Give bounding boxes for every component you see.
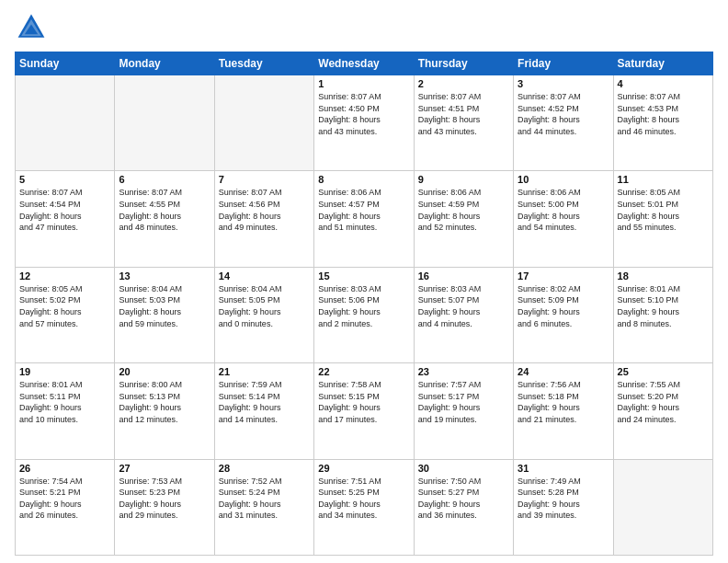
day-cell: 26Sunrise: 7:54 AM Sunset: 5:21 PM Dayli… [16, 459, 115, 555]
day-number: 7 [219, 174, 310, 185]
weekday-thursday: Thursday [414, 52, 513, 75]
day-cell: 17Sunrise: 8:02 AM Sunset: 5:09 PM Dayli… [514, 267, 613, 362]
day-number: 14 [219, 270, 310, 282]
day-number: 13 [119, 270, 210, 282]
day-cell: 15Sunrise: 8:03 AM Sunset: 5:06 PM Dayli… [314, 267, 414, 362]
day-info: Sunrise: 8:07 AM Sunset: 4:52 PM Dayligh… [518, 91, 609, 137]
day-number: 27 [119, 463, 210, 474]
day-cell: 25Sunrise: 7:55 AM Sunset: 5:20 PM Dayli… [613, 363, 712, 459]
day-info: Sunrise: 7:58 AM Sunset: 5:15 PM Dayligh… [318, 379, 409, 425]
day-number: 11 [618, 174, 709, 185]
day-number: 3 [518, 78, 609, 89]
day-cell: 1Sunrise: 8:07 AM Sunset: 4:50 PM Daylig… [314, 75, 414, 171]
day-info: Sunrise: 8:04 AM Sunset: 5:03 PM Dayligh… [119, 283, 210, 329]
day-info: Sunrise: 7:51 AM Sunset: 5:25 PM Dayligh… [318, 476, 409, 522]
day-cell: 14Sunrise: 8:04 AM Sunset: 5:05 PM Dayli… [214, 267, 313, 362]
weekday-tuesday: Tuesday [214, 52, 313, 75]
day-number: 31 [518, 463, 609, 474]
day-info: Sunrise: 8:01 AM Sunset: 5:11 PM Dayligh… [19, 379, 110, 425]
day-cell: 29Sunrise: 7:51 AM Sunset: 5:25 PM Dayli… [314, 459, 414, 555]
day-number: 28 [219, 463, 310, 474]
day-number: 18 [618, 270, 709, 282]
day-info: Sunrise: 7:57 AM Sunset: 5:17 PM Dayligh… [418, 379, 509, 425]
day-number: 1 [318, 78, 409, 89]
day-info: Sunrise: 7:56 AM Sunset: 5:18 PM Dayligh… [518, 379, 609, 425]
weekday-wednesday: Wednesday [314, 52, 414, 75]
week-row-4: 26Sunrise: 7:54 AM Sunset: 5:21 PM Dayli… [16, 459, 713, 555]
weekday-header-row: SundayMondayTuesdayWednesdayThursdayFrid… [16, 52, 713, 75]
day-number: 10 [518, 174, 609, 185]
week-row-1: 5Sunrise: 8:07 AM Sunset: 4:54 PM Daylig… [16, 171, 713, 267]
day-info: Sunrise: 8:06 AM Sunset: 4:57 PM Dayligh… [318, 187, 409, 233]
day-info: Sunrise: 7:52 AM Sunset: 5:24 PM Dayligh… [219, 476, 310, 522]
day-number: 22 [318, 366, 409, 377]
day-cell: 23Sunrise: 7:57 AM Sunset: 5:17 PM Dayli… [414, 363, 513, 459]
day-cell: 20Sunrise: 8:00 AM Sunset: 5:13 PM Dayli… [115, 363, 214, 459]
day-cell: 30Sunrise: 7:50 AM Sunset: 5:27 PM Dayli… [414, 459, 513, 555]
day-cell: 27Sunrise: 7:53 AM Sunset: 5:23 PM Dayli… [115, 459, 214, 555]
day-cell: 5Sunrise: 8:07 AM Sunset: 4:54 PM Daylig… [16, 171, 115, 267]
day-cell: 22Sunrise: 7:58 AM Sunset: 5:15 PM Dayli… [314, 363, 414, 459]
day-number: 17 [518, 270, 609, 282]
week-row-2: 12Sunrise: 8:05 AM Sunset: 5:02 PM Dayli… [16, 267, 713, 362]
weekday-sunday: Sunday [16, 52, 115, 75]
day-cell: 28Sunrise: 7:52 AM Sunset: 5:24 PM Dayli… [214, 459, 313, 555]
day-info: Sunrise: 8:07 AM Sunset: 4:51 PM Dayligh… [418, 91, 509, 137]
day-cell: 11Sunrise: 8:05 AM Sunset: 5:01 PM Dayli… [613, 171, 712, 267]
day-cell: 24Sunrise: 7:56 AM Sunset: 5:18 PM Dayli… [514, 363, 613, 459]
day-cell: 12Sunrise: 8:05 AM Sunset: 5:02 PM Dayli… [16, 267, 115, 362]
page: SundayMondayTuesdayWednesdayThursdayFrid… [0, 0, 728, 563]
day-cell [613, 459, 712, 555]
day-info: Sunrise: 8:01 AM Sunset: 5:10 PM Dayligh… [618, 283, 709, 329]
day-info: Sunrise: 8:03 AM Sunset: 5:07 PM Dayligh… [418, 283, 509, 329]
day-cell: 18Sunrise: 8:01 AM Sunset: 5:10 PM Dayli… [613, 267, 712, 362]
day-info: Sunrise: 8:04 AM Sunset: 5:05 PM Dayligh… [219, 283, 310, 329]
day-info: Sunrise: 8:07 AM Sunset: 4:54 PM Dayligh… [19, 187, 110, 233]
day-number: 4 [618, 78, 709, 89]
day-info: Sunrise: 8:03 AM Sunset: 5:06 PM Dayligh… [318, 283, 409, 329]
day-number: 16 [418, 270, 509, 282]
day-cell: 3Sunrise: 8:07 AM Sunset: 4:52 PM Daylig… [514, 75, 613, 171]
day-number: 9 [418, 174, 509, 185]
day-cell: 10Sunrise: 8:06 AM Sunset: 5:00 PM Dayli… [514, 171, 613, 267]
day-number: 23 [418, 366, 509, 377]
day-cell: 21Sunrise: 7:59 AM Sunset: 5:14 PM Dayli… [214, 363, 313, 459]
day-info: Sunrise: 7:55 AM Sunset: 5:20 PM Dayligh… [618, 379, 709, 425]
day-cell [214, 75, 313, 171]
day-info: Sunrise: 7:54 AM Sunset: 5:21 PM Dayligh… [19, 476, 110, 522]
day-info: Sunrise: 8:07 AM Sunset: 4:56 PM Dayligh… [219, 187, 310, 233]
day-cell: 13Sunrise: 8:04 AM Sunset: 5:03 PM Dayli… [115, 267, 214, 362]
day-info: Sunrise: 8:02 AM Sunset: 5:09 PM Dayligh… [518, 283, 609, 329]
day-number: 29 [318, 463, 409, 474]
day-cell [16, 75, 115, 171]
calendar: SundayMondayTuesdayWednesdayThursdayFrid… [15, 52, 713, 556]
day-info: Sunrise: 8:05 AM Sunset: 5:01 PM Dayligh… [618, 187, 709, 233]
weekday-saturday: Saturday [613, 52, 712, 75]
day-number: 26 [19, 463, 110, 474]
day-info: Sunrise: 7:53 AM Sunset: 5:23 PM Dayligh… [119, 476, 210, 522]
day-info: Sunrise: 8:00 AM Sunset: 5:13 PM Dayligh… [119, 379, 210, 425]
header [15, 11, 713, 44]
day-info: Sunrise: 8:07 AM Sunset: 4:53 PM Dayligh… [618, 91, 709, 137]
day-number: 25 [618, 366, 709, 377]
weekday-friday: Friday [514, 52, 613, 75]
day-cell: 31Sunrise: 7:49 AM Sunset: 5:28 PM Dayli… [514, 459, 613, 555]
day-number: 24 [518, 366, 609, 377]
week-row-0: 1Sunrise: 8:07 AM Sunset: 4:50 PM Daylig… [16, 75, 713, 171]
day-info: Sunrise: 8:06 AM Sunset: 5:00 PM Dayligh… [518, 187, 609, 233]
day-number: 15 [318, 270, 409, 282]
weekday-monday: Monday [115, 52, 214, 75]
day-number: 20 [119, 366, 210, 377]
day-number: 19 [19, 366, 110, 377]
day-info: Sunrise: 7:49 AM Sunset: 5:28 PM Dayligh… [518, 476, 609, 522]
day-cell: 8Sunrise: 8:06 AM Sunset: 4:57 PM Daylig… [314, 171, 414, 267]
week-row-3: 19Sunrise: 8:01 AM Sunset: 5:11 PM Dayli… [16, 363, 713, 459]
day-cell: 7Sunrise: 8:07 AM Sunset: 4:56 PM Daylig… [214, 171, 313, 267]
day-info: Sunrise: 8:06 AM Sunset: 4:59 PM Dayligh… [418, 187, 509, 233]
day-cell: 19Sunrise: 8:01 AM Sunset: 5:11 PM Dayli… [16, 363, 115, 459]
day-cell: 4Sunrise: 8:07 AM Sunset: 4:53 PM Daylig… [613, 75, 712, 171]
day-info: Sunrise: 7:50 AM Sunset: 5:27 PM Dayligh… [418, 476, 509, 522]
day-number: 30 [418, 463, 509, 474]
day-cell: 2Sunrise: 8:07 AM Sunset: 4:51 PM Daylig… [414, 75, 513, 171]
day-cell: 16Sunrise: 8:03 AM Sunset: 5:07 PM Dayli… [414, 267, 513, 362]
